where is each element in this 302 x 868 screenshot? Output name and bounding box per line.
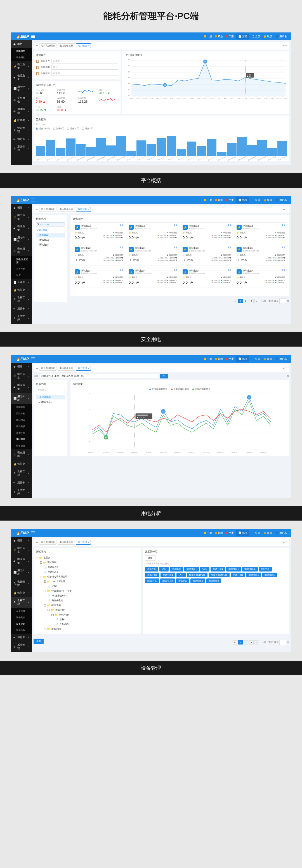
sidebar-sub[interactable]: 实时需量 <box>11 436 32 442</box>
user-menu[interactable]: 👤 用户名 <box>274 34 289 39</box>
alert-badge[interactable]: 一般 <box>204 357 212 361</box>
tree-node[interactable]: 📄设备名称1 <box>36 622 139 627</box>
sidebar-item[interactable]: ⚡电力质量> <box>11 370 32 381</box>
sidebar-item[interactable]: ◉概括> <box>11 204 32 212</box>
sidebar-sub[interactable]: 开关控制 <box>11 266 32 272</box>
alert-badge[interactable]: 严重 <box>226 357 234 361</box>
date-range-input[interactable] <box>40 374 158 378</box>
menu-toggle[interactable] <box>31 34 35 38</box>
sidebar-item[interactable]: ◉概括> <box>11 537 32 544</box>
breadcrumb-more[interactable]: ≫ ∨ <box>282 367 287 370</box>
device-tag[interactable]: 测试分组2 <box>206 579 221 583</box>
tree-node[interactable]: −📁测试电表7 <box>36 560 139 565</box>
sidebar-item[interactable]: ⚡电力质量> <box>11 61 32 72</box>
add-button[interactable]: 添加 <box>145 555 156 561</box>
breadcrumb-tab[interactable]: 电力高级用能 <box>39 366 57 371</box>
device-tag[interactable]: 测试分组1 <box>262 572 277 577</box>
sidebar-item[interactable]: ⚠安全用电> <box>11 94 32 105</box>
device-tag[interactable]: CCC <box>200 567 209 571</box>
sidebar-item[interactable]: ◈电流质量> <box>11 381 32 393</box>
sidebar-sub[interactable]: 设备分组 <box>11 621 32 627</box>
lock-button[interactable]: 🔒 锁屏 <box>262 356 274 362</box>
sidebar-sub[interactable]: 设备折算 <box>11 442 32 449</box>
tree-node[interactable]: 📄马克多电机 <box>36 598 139 603</box>
breadcrumb-tab[interactable]: 电力运作质量 <box>58 43 75 48</box>
device-card[interactable]: 更多 ⚡测试电表1更新时间：2021-6-29 ⚡ 漏电流🌡 线缆温度 0.0m… <box>235 222 287 243</box>
sidebar-item[interactable]: 💰账单费> <box>11 460 32 468</box>
sidebar-sub[interactable]: 设备台账 <box>11 627 32 633</box>
page-btn[interactable]: < <box>233 299 237 303</box>
sidebar-sub[interactable]: 漏电/温度监测 <box>11 256 32 266</box>
alert-badge[interactable]: 紧急 <box>215 198 223 202</box>
breadcrumb-tab[interactable]: 电力高级用能 <box>39 207 57 212</box>
user-menu[interactable]: 👤 用户名 <box>274 530 289 536</box>
card-more[interactable]: 更多 <box>120 224 124 226</box>
legend-item[interactable]: 总视在实时需量 <box>192 388 210 391</box>
sidebar-item[interactable]: ◈电流质量> <box>11 556 32 567</box>
device-tag[interactable]: 测试分组1 <box>246 572 261 577</box>
tree-item[interactable]: 测试电表 <box>36 233 65 238</box>
sidebar-item[interactable]: 🔧设备维护> <box>11 578 32 589</box>
sidebar-sub[interactable]: 设备大屏 <box>11 608 32 614</box>
breadcrumb-tab-active[interactable]: 电力数据 × <box>76 540 91 545</box>
filter-input[interactable]: 百事可 <box>52 59 118 63</box>
alert-badge[interactable]: 严重 <box>226 35 234 38</box>
device-tag[interactable]: NICl造成波P103 <box>209 572 229 577</box>
lock-button[interactable]: 🔒 锁屏 <box>262 530 274 536</box>
date-box[interactable]: 📅 2021-6-29 <box>36 222 65 227</box>
device-card[interactable]: 更多 ⚡测试电表1更新时间：2021-6-29 ⚡ 漏电流🌡 线缆温度 0.0m… <box>181 267 233 288</box>
card-more[interactable]: 更多 <box>174 224 177 226</box>
sidebar-sub[interactable]: 用能趋势 <box>11 404 32 410</box>
card-more[interactable]: 更多 <box>228 269 232 271</box>
page-btn[interactable]: 3 <box>249 640 254 645</box>
filter-input[interactable]: 电 ∨ <box>52 65 118 70</box>
sidebar-item[interactable]: 📑台账表> <box>11 279 32 286</box>
breadcrumb-tab-active[interactable]: 漏电监测 × <box>76 207 91 212</box>
device-tag[interactable]: 测试传感器 <box>242 567 258 571</box>
device-tag[interactable]: 测试分组1 <box>161 572 175 577</box>
sidebar-item[interactable]: ⚙系统管理> <box>11 312 32 324</box>
radio-option[interactable]: 过去1年 <box>82 127 93 130</box>
device-card[interactable]: 更多 ⚡测试电表1更新时间：2021-6-29 ⚡ 漏电流🌡 线缆温度 0.0m… <box>127 267 179 288</box>
sidebar-item[interactable]: ✉消息卡> <box>11 305 32 312</box>
radio-option[interactable]: 过去30天 <box>67 127 79 130</box>
settings-icon[interactable]: ⚙ <box>287 375 289 378</box>
sidebar-sub[interactable]: 设备列表 <box>11 614 32 621</box>
legend-item[interactable]: 总有功实时需量 <box>149 388 168 391</box>
sidebar-item[interactable]: 💰账单费> <box>11 589 32 597</box>
device-tag[interactable]: 测试电表3 <box>160 579 175 583</box>
device-card[interactable]: 更多 ⚡测试电表1更新时间：2021-6-29 ⚡ 漏电流🌡 线缆温度 0.0m… <box>181 245 233 266</box>
sidebar-item[interactable]: ◈电流质量> <box>11 72 32 83</box>
tree-node[interactable]: +📁测试分组7 <box>36 627 139 631</box>
breadcrumb-more[interactable]: ≫ ∨ <box>282 541 287 544</box>
sidebar-item[interactable]: 📊用电分析v <box>11 393 32 404</box>
sidebar-item[interactable]: ⚙系统管理> <box>11 487 32 498</box>
device-tag[interactable]: 测试电表 <box>170 567 183 571</box>
sidebar-item[interactable]: ◈电流质量> <box>11 223 32 234</box>
page-btn[interactable]: 1 <box>238 299 243 303</box>
breadcrumb-tab[interactable]: 电力运作质量 <box>58 366 75 371</box>
tree-node[interactable]: 📄测试电表3 <box>36 565 139 569</box>
device-tag[interactable]: 测试分组1 <box>210 567 225 571</box>
tree-node[interactable]: 📄NCl造影波P103 <box>36 593 139 598</box>
breadcrumb-tab[interactable]: 电力运作质量 <box>58 540 75 545</box>
sidebar-item[interactable]: 💰账单费> <box>11 117 32 124</box>
device-card[interactable]: 更多 ⚡测试电表1更新时间：2021-6-29 ⚡ 漏电流🌡 线缆温度 0.0m… <box>73 245 125 266</box>
sidebar-item[interactable]: ⚙系统管理> <box>11 143 32 154</box>
alert-badge[interactable]: 紧急 <box>215 357 223 361</box>
alert-badge[interactable]: 严重 <box>226 531 234 535</box>
page-btn[interactable]: 2 <box>243 299 248 303</box>
doc-button[interactable]: 📄 文档 <box>236 34 249 39</box>
card-more[interactable]: 更多 <box>281 269 286 271</box>
doc-button[interactable]: 📄 文档 <box>236 356 249 362</box>
device-card[interactable]: 更多 ⚡测试电表1更新时间：2021-6-29 ⚡ 漏电流🌡 线缆温度 0.0m… <box>73 222 125 243</box>
page-btn[interactable]: 3 <box>249 299 254 303</box>
tree-item[interactable]: 测试电表2 <box>36 238 65 242</box>
device-tag[interactable]: 测试设备 <box>176 579 189 583</box>
device-tag[interactable]: HB应力表 <box>145 579 159 583</box>
save-button[interactable]: 保存 <box>34 639 44 644</box>
sidebar-item[interactable]: ◉概括 <box>11 40 32 48</box>
card-more[interactable]: 更多 <box>120 269 124 271</box>
alert-badge[interactable]: 一般 <box>204 198 212 202</box>
sidebar-item[interactable]: ✉消息卡> <box>11 633 32 641</box>
